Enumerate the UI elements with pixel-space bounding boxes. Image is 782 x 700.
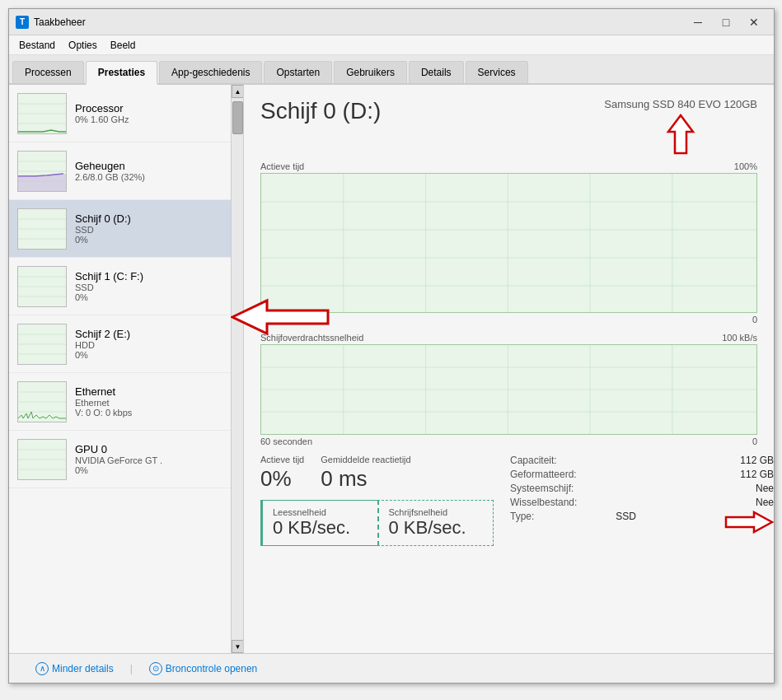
info-table: Capaciteit: 112 GB Geformatteerd: 112 GB… xyxy=(510,455,774,536)
schijf0-sparkline xyxy=(18,209,66,249)
sidebar-sub-schijf0-pct: 0% xyxy=(75,235,222,245)
main-content: Processor 0% 1.60 GHz xyxy=(9,85,774,653)
chart2-label-left: Schijfoverdrachtssnelheid xyxy=(260,333,363,343)
menu-beeld[interactable]: Beeld xyxy=(104,38,143,53)
red-up-arrow xyxy=(660,114,701,155)
write-value: 0 KB/sec. xyxy=(389,517,484,539)
active-time-label: Actieve tijd xyxy=(260,455,304,464)
sidebar-item-gpu[interactable]: GPU 0 NVIDIA GeForce GT . 0% xyxy=(9,431,231,488)
detail-title: Schijf 0 (D:) xyxy=(260,98,381,124)
sidebar-name-schijf1: Schijf 1 (C: F:) xyxy=(75,270,222,282)
sidebar-item-processor[interactable]: Processor 0% 1.60 GHz xyxy=(9,85,231,142)
sidebar-item-schijf0[interactable]: Schijf 0 (D:) SSD 0% xyxy=(9,200,231,258)
scrollbar-thumb[interactable] xyxy=(232,101,243,134)
response-time-value: 0 ms xyxy=(321,466,410,492)
info-capaciteit: Capaciteit: 112 GB xyxy=(510,455,774,466)
response-time-block: Gemiddelde reactietijd 0 ms xyxy=(321,455,410,492)
chart1-footer-row: 60 seconden 0 xyxy=(260,315,757,324)
tab-services[interactable]: Services xyxy=(466,61,528,83)
menu-bestand[interactable]: Bestand xyxy=(12,38,62,53)
scrollbar-up-arrow[interactable]: ▲ xyxy=(232,85,243,98)
wisselbestand-key: Wisselbestand: xyxy=(510,497,577,508)
capaciteit-key: Capaciteit: xyxy=(510,455,557,466)
svg-marker-8 xyxy=(18,174,66,191)
tab-prestaties[interactable]: Prestaties xyxy=(86,61,157,85)
tab-processen[interactable]: Processen xyxy=(12,61,84,83)
sidebar-thumb-processor xyxy=(17,93,67,134)
monitor-icon: ⊙ xyxy=(149,662,162,675)
close-button[interactable]: ✕ xyxy=(741,11,767,34)
sidebar-item-schijf1[interactable]: Schijf 1 (C: F:) SSD 0% xyxy=(9,258,231,315)
sidebar-sub-processor: 0% 1.60 GHz xyxy=(75,114,222,124)
separator: | xyxy=(130,663,133,674)
type-key: Type: xyxy=(510,511,534,536)
sidebar-info-processor: Processor 0% 1.60 GHz xyxy=(75,102,222,124)
write-speed-block: Schrijfsnelheid 0 KB/sec. xyxy=(377,500,494,546)
read-speed-block: Leessnelheid 0 KB/sec. xyxy=(260,500,377,546)
chart-transfer-section: Schijfoverdrachtssnelheid 100 kB/s xyxy=(260,333,757,446)
sidebar-sub-schijf0-type: SSD xyxy=(75,225,222,235)
chart2-label-right: 100 kB/s xyxy=(722,333,757,343)
sidebar-thumb-ethernet xyxy=(17,381,67,422)
wisselbestand-val: Nee xyxy=(756,497,774,508)
chart2-footer-row: 60 seconden 0 xyxy=(260,436,757,446)
sidebar-item-ethernet[interactable]: Ethernet Ethernet V: 0 O: 0 kbps xyxy=(9,373,231,431)
chart2-label-row: Schijfoverdrachtssnelheid 100 kB/s xyxy=(260,333,757,343)
bottom-bar: ∧ Minder details | ⊙ Broncontrole openen xyxy=(9,653,774,683)
chart2-container xyxy=(260,344,757,435)
sidebar-sub-geheugen: 2.6/8.0 GB (32%) xyxy=(75,172,222,182)
active-time-block: Actieve tijd 0% xyxy=(260,455,304,492)
geformatteerd-val: 112 GB xyxy=(740,469,774,480)
detail-panel: Schijf 0 (D:) Samsung SSD 840 EVO 120GB … xyxy=(244,85,774,653)
svg-marker-29 xyxy=(668,115,693,153)
annotation-up-arrow xyxy=(604,114,757,155)
chart1-footer-right: 0 xyxy=(752,315,757,324)
sidebar-scroll[interactable]: Processor 0% 1.60 GHz xyxy=(9,85,231,653)
menu-opties[interactable]: Opties xyxy=(62,38,104,53)
chart2-footer-left: 60 seconden xyxy=(260,436,312,446)
red-right-arrow xyxy=(724,511,774,534)
sidebar: Processor 0% 1.60 GHz xyxy=(9,85,244,653)
speed-row: Leessnelheid 0 KB/sec. Schrijfsnelheid 0… xyxy=(260,500,494,546)
less-details-label: Minder details xyxy=(52,663,114,674)
sidebar-thumb-schijf2 xyxy=(17,324,67,365)
tab-app-geschiedenis[interactable]: App-geschiedenis xyxy=(159,61,262,83)
geheugen-sparkline xyxy=(18,152,66,191)
tab-opstarten[interactable]: Opstarten xyxy=(264,61,332,83)
write-label: Schrijfsnelheid xyxy=(389,507,484,517)
sidebar-info-schijf0: Schijf 0 (D:) SSD 0% xyxy=(75,212,222,245)
minimize-button[interactable]: ─ xyxy=(685,11,711,34)
maximize-button[interactable]: □ xyxy=(713,11,739,34)
sidebar-scrollbar[interactable]: ▲ ▼ xyxy=(231,85,243,653)
tab-details[interactable]: Details xyxy=(409,61,464,83)
sidebar-name-processor: Processor xyxy=(75,102,222,114)
right-info-area: Capaciteit: 112 GB Geformatteerd: 112 GB… xyxy=(494,455,757,546)
detail-subtitle: Samsung SSD 840 EVO 120GB xyxy=(604,98,757,155)
sidebar-name-ethernet: Ethernet xyxy=(75,385,222,398)
response-time-label: Gemiddelde reactietijd xyxy=(321,455,410,464)
title-bar: T Taakbeheer ─ □ ✕ xyxy=(9,9,774,35)
read-label: Leessnelheid xyxy=(273,507,368,517)
schijf2-sparkline xyxy=(18,324,66,364)
window-title: Taakbeheer xyxy=(34,16,685,28)
sidebar-name-schijf2: Schijf 2 (E:) xyxy=(75,328,222,340)
active-response-row: Actieve tijd 0% Gemiddelde reactietijd 0… xyxy=(260,455,494,492)
chart2-grid xyxy=(261,345,756,434)
sidebar-name-schijf0: Schijf 0 (D:) xyxy=(75,212,222,225)
chart1-container xyxy=(260,173,757,313)
scrollbar-down-arrow[interactable]: ▼ xyxy=(232,640,243,653)
sidebar-thumb-geheugen xyxy=(17,151,67,192)
sidebar-item-geheugen[interactable]: Geheugen 2.6/8.0 GB (32%) xyxy=(9,142,231,200)
less-details-button[interactable]: ∧ Minder details xyxy=(35,662,114,675)
geformatteerd-key: Geformatteerd: xyxy=(510,469,577,480)
sidebar-thumb-schijf0 xyxy=(17,208,67,250)
svg-marker-47 xyxy=(726,512,772,532)
sidebar-thumb-gpu xyxy=(17,439,67,480)
chart1-label-row: Actieve tijd 100% xyxy=(260,161,757,171)
annotation-right-arrow xyxy=(724,511,774,536)
systeemschijf-val: Nee xyxy=(756,483,774,494)
sidebar-item-schijf2[interactable]: Schijf 2 (E:) HDD 0% xyxy=(9,315,231,373)
ethernet-sparkline xyxy=(18,382,66,422)
tab-gebruikers[interactable]: Gebruikers xyxy=(334,61,407,83)
resource-monitor-button[interactable]: ⊙ Broncontrole openen xyxy=(149,662,257,675)
